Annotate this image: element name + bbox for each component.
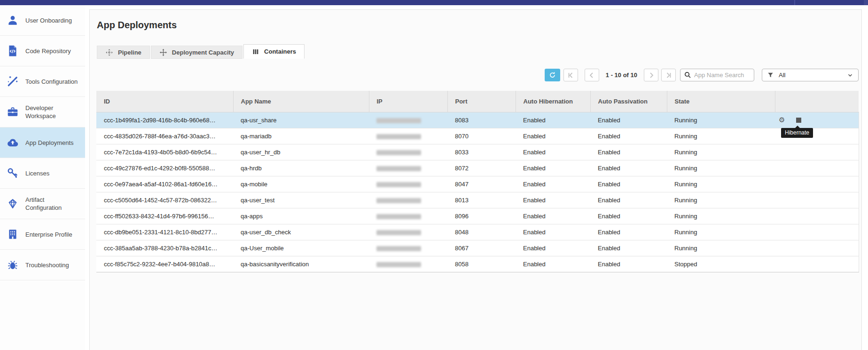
cell-auto-hibernation: Enabled xyxy=(516,208,590,224)
cell-auto-passivation: Enabled xyxy=(590,224,667,240)
cell-id: ccc-0e97aea4-a5af-4102-86a1-fd60e16… xyxy=(96,176,233,192)
last-page-button[interactable] xyxy=(661,69,676,81)
cell-port: 8048 xyxy=(447,224,516,240)
cell-id: ccc-1b499fa1-2d98-416b-8c4b-960e68… xyxy=(96,112,233,128)
hibernate-stop-icon[interactable] xyxy=(796,118,801,123)
sidebar-item-app-deployments[interactable]: App Deployments xyxy=(0,127,85,158)
cell-app-name: qa-User_mobile xyxy=(233,240,369,256)
cell-state: Running xyxy=(667,112,775,128)
cell-port: 8067 xyxy=(447,240,516,256)
column-header-app-name: App Name xyxy=(233,91,369,112)
table-row[interactable]: ccc-385aa5ab-3788-4230-b78a-b2841c… qa-U… xyxy=(96,240,859,256)
topbar-endcap xyxy=(864,0,868,5)
building-icon xyxy=(7,228,19,240)
table-row[interactable]: ccc-49c27876-ed1c-4292-b0f8-550588… qa-h… xyxy=(96,160,859,176)
column-header-actions xyxy=(775,91,859,112)
sidebar-item-tools-configuration[interactable]: Tools Configuration xyxy=(0,66,85,97)
cell-port: 8072 xyxy=(447,160,516,176)
funnel-icon xyxy=(767,72,774,79)
tab-pipeline[interactable]: Pipeline xyxy=(97,46,150,59)
table-header-row: ID App Name IP Port Auto Hibernation Aut… xyxy=(96,91,859,112)
cell-actions xyxy=(775,240,859,256)
sidebar-item-label: User Onboarding xyxy=(25,16,82,24)
cell-auto-hibernation: Enabled xyxy=(516,224,590,240)
sidebar-item-troubleshooting[interactable]: Troubleshooting xyxy=(0,250,85,280)
cell-auto-hibernation: Enabled xyxy=(516,128,590,144)
cell-state: Running xyxy=(667,176,775,192)
cell-state: Running xyxy=(667,160,775,176)
next-page-button[interactable] xyxy=(644,69,658,81)
app-name-search xyxy=(680,69,754,81)
toolbar: 1 - 10 of 10 All xyxy=(545,69,859,81)
cell-state: Running xyxy=(667,224,775,240)
cell-actions xyxy=(775,256,859,272)
sidebar-item-label: Developer Workspace xyxy=(25,104,82,120)
table-row[interactable]: ccc-c5050d64-1452-4c57-872b-086322… qa-u… xyxy=(96,192,859,208)
sidebar-item-label: App Deployments xyxy=(25,139,82,147)
cell-state: Running xyxy=(667,128,775,144)
table-row[interactable]: ccc-4835d026-788f-46ea-a76d-30aac3… qa-m… xyxy=(96,128,859,144)
cell-auto-hibernation: Enabled xyxy=(516,192,590,208)
first-page-button[interactable] xyxy=(563,69,578,81)
cell-app-name: qa-mariadb xyxy=(233,128,369,144)
cell-ip xyxy=(369,240,447,256)
cell-ip xyxy=(369,256,447,272)
cell-app-name: qa-basicsanityverification xyxy=(233,256,369,272)
redacted-ip xyxy=(376,150,421,155)
cell-auto-hibernation: Enabled xyxy=(516,256,590,272)
sidebar-item-code-repository[interactable]: Code Repository xyxy=(0,36,85,66)
redacted-ip xyxy=(376,230,421,235)
redacted-ip xyxy=(376,134,421,139)
key-icon xyxy=(7,167,19,179)
table-row[interactable]: ccc-db9be051-2331-4121-8c10-8bd277… qa-u… xyxy=(96,224,859,240)
sidebar-item-developer-workspace[interactable]: Developer Workspace xyxy=(0,97,85,127)
previous-page-icon xyxy=(588,72,595,79)
cell-port: 8033 xyxy=(447,144,516,160)
refresh-button[interactable] xyxy=(545,69,560,81)
cell-id: ccc-7e72c1da-4193-4b05-b8d0-6b9c54… xyxy=(96,144,233,160)
cell-id: ccc-f85c75c2-9232-4ee7-b404-9810a8… xyxy=(96,256,233,272)
table-row[interactable]: ccc-ff502633-8432-41d4-97b6-996156… qa-a… xyxy=(96,208,859,224)
cell-state: Running xyxy=(667,208,775,224)
main-panel: App Deployments Pipeline Deployment Capa… xyxy=(89,9,862,350)
search-icon xyxy=(684,71,691,79)
cell-auto-passivation: Enabled xyxy=(590,192,667,208)
tab-containers[interactable]: Containers xyxy=(243,44,305,59)
table-row[interactable]: ccc-f85c75c2-9232-4ee7-b404-9810a8… qa-b… xyxy=(96,256,859,272)
cell-actions xyxy=(775,144,859,160)
settings-gear-icon[interactable]: ⚙ xyxy=(779,116,786,124)
redacted-ip xyxy=(376,198,421,203)
table-row[interactable]: ccc-1b499fa1-2d98-416b-8c4b-960e68… qa-u… xyxy=(96,112,859,128)
cell-actions xyxy=(775,176,859,192)
table-row[interactable]: ccc-7e72c1da-4193-4b05-b8d0-6b9c54… qa-u… xyxy=(96,144,859,160)
sidebar-item-artifact-configuration[interactable]: Artifact Configuration xyxy=(0,189,85,219)
cell-auto-hibernation: Enabled xyxy=(516,160,590,176)
cell-auto-passivation: Enabled xyxy=(590,240,667,256)
cell-app-name: qa-user_test xyxy=(233,192,369,208)
cell-port: 8013 xyxy=(447,192,516,208)
tooltip-arrow-icon xyxy=(795,126,800,128)
sidebar-item-enterprise-profile[interactable]: Enterprise Profile xyxy=(0,219,85,250)
sidebar-item-licenses[interactable]: Licenses xyxy=(0,158,85,189)
app-screen: User Onboarding Code Repository Tools Co… xyxy=(0,0,868,350)
sidebar-item-user-onboarding[interactable]: User Onboarding xyxy=(0,5,85,36)
cell-auto-passivation: Enabled xyxy=(590,176,667,192)
filter-dropdown[interactable]: All xyxy=(762,69,859,81)
tab-label: Pipeline xyxy=(118,49,141,56)
cell-app-name: qa-user_hr_db xyxy=(233,144,369,160)
cell-auto-passivation: Enabled xyxy=(590,128,667,144)
cell-auto-hibernation: Enabled xyxy=(516,144,590,160)
move-icon xyxy=(159,48,167,56)
previous-page-button[interactable] xyxy=(585,69,599,81)
tab-label: Containers xyxy=(264,48,296,55)
last-page-icon xyxy=(665,72,673,79)
cell-id: ccc-4835d026-788f-46ea-a76d-30aac3… xyxy=(96,128,233,144)
page-title: App Deployments xyxy=(97,20,177,31)
tab-deployment-capacity[interactable]: Deployment Capacity xyxy=(151,46,242,59)
cloud-upload-icon xyxy=(7,136,19,149)
first-page-icon xyxy=(567,72,574,79)
cell-auto-passivation: Enabled xyxy=(590,208,667,224)
cell-auto-hibernation: Enabled xyxy=(516,176,590,192)
redacted-ip xyxy=(376,118,421,123)
table-row[interactable]: ccc-0e97aea4-a5af-4102-86a1-fd60e16… qa-… xyxy=(96,176,859,192)
